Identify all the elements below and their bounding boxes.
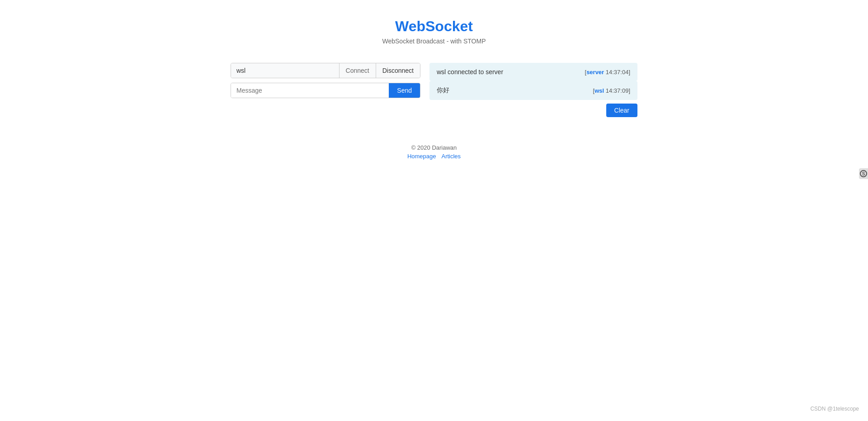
clear-button[interactable]: Clear — [606, 104, 637, 117]
websocket-url-input[interactable] — [231, 63, 339, 78]
message-meta: [server 14:37:04] — [585, 69, 631, 76]
message-item: wsl connected to server[server 14:37:04] — [429, 63, 637, 81]
left-panel: Connect Disconnect Send — [231, 63, 420, 117]
connect-button[interactable]: Connect — [339, 63, 376, 78]
message-item: 你好[wsl 14:37:09] — [429, 81, 637, 100]
side-tab-icon: S — [860, 170, 867, 177]
message-row: Send — [231, 83, 420, 98]
footer-link[interactable]: Articles — [441, 153, 461, 160]
message-source: server — [586, 69, 604, 76]
page-title: WebSocket — [382, 18, 486, 35]
disconnect-button[interactable]: Disconnect — [376, 63, 420, 78]
footer-links: HomepageArticles — [405, 153, 463, 160]
footer: © 2020 Dariawan HomepageArticles — [405, 144, 463, 160]
message-input[interactable] — [231, 83, 389, 98]
footer-link[interactable]: Homepage — [407, 153, 436, 160]
send-button[interactable]: Send — [389, 83, 420, 98]
csdn-watermark: CSDN @1telescope — [810, 406, 859, 412]
message-text: wsl connected to server — [437, 68, 503, 76]
footer-copyright: © 2020 Dariawan — [405, 144, 463, 151]
message-text: 你好 — [437, 86, 449, 95]
side-tab: S — [859, 168, 868, 179]
main-content: Connect Disconnect Send wsl connected to… — [231, 63, 637, 117]
page-subtitle: WebSocket Broadcast - with STOMP — [382, 38, 486, 45]
message-list: wsl connected to server[server 14:37:04]… — [429, 63, 637, 100]
clear-row: Clear — [429, 104, 637, 117]
message-meta: [wsl 14:37:09] — [593, 87, 630, 94]
message-source: wsl — [594, 87, 604, 94]
connect-row: Connect Disconnect — [231, 63, 420, 78]
right-panel: wsl connected to server[server 14:37:04]… — [429, 63, 637, 117]
page-header: WebSocket WebSocket Broadcast - with STO… — [382, 18, 486, 45]
